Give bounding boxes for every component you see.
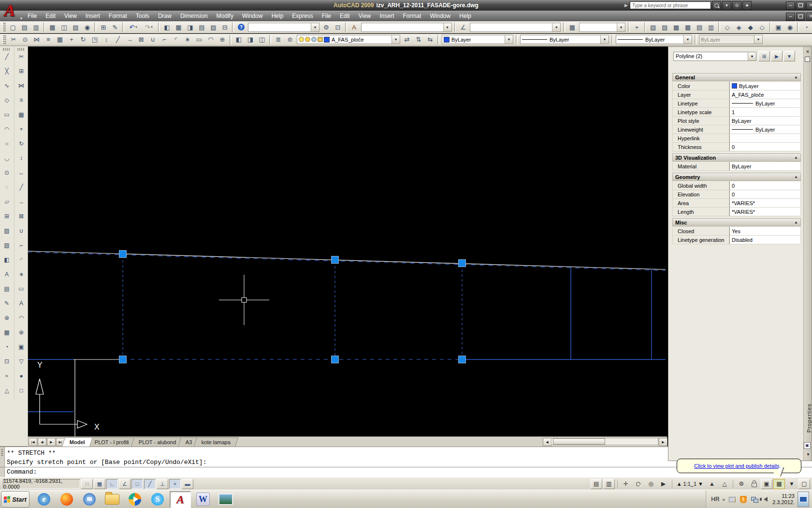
view-back-icon[interactable]: ▥ [705, 22, 717, 32]
tray-caret-icon[interactable]: ▼ [786, 479, 798, 489]
command-window-grip[interactable] [0, 447, 5, 478]
layer-isolate-button[interactable]: ⇆ [424, 34, 436, 45]
palette-autohide-icon[interactable] [805, 57, 810, 62]
draw-tool-icon-19[interactable]: ⊕ [1, 313, 13, 323]
layer-combo-dropdown-icon[interactable]: ▼ [392, 35, 400, 44]
object-type-selector[interactable]: Polyline (2) ▼ [673, 52, 756, 61]
layer-properties-manager-button[interactable]: ≣ [273, 34, 284, 45]
layer-vp-freeze-icon[interactable] [311, 37, 317, 42]
workspace-combo[interactable]: ▼ [248, 23, 319, 32]
draw-tool-icon-2[interactable]: ╳ [1, 66, 13, 76]
copy-clip-button[interactable]: ⊞ [98, 22, 109, 32]
property-value[interactable]: A_FAS_ploče [729, 90, 801, 99]
iso-ne-icon[interactable]: ◆ [745, 22, 756, 32]
autocad-icon[interactable]: A [170, 491, 191, 508]
modify-tool-icon-11[interactable]: → [15, 197, 27, 207]
layout-button[interactable]: ▥ [603, 479, 615, 489]
menu-insert[interactable]: Insert [81, 11, 104, 21]
layer-thaw-icon[interactable] [305, 37, 310, 42]
modify-tool-icon-10[interactable]: ╱ [15, 182, 27, 192]
menu-dimension[interactable]: Dimension [176, 11, 212, 21]
property-value[interactable]: Disabled [729, 236, 801, 244]
break-button[interactable]: ⊠ [135, 34, 147, 45]
quick-select-button[interactable]: ▼ [783, 51, 795, 61]
snap-toggle[interactable]: ∷ [81, 479, 93, 489]
layer-freeze-icon[interactable]: ◫ [256, 34, 268, 45]
coordinates-display[interactable]: 11574.8419, -9168.2931, 0.0000 [3, 479, 80, 489]
trim-button[interactable]: ╱ [112, 34, 124, 45]
erase-button[interactable]: ✂ [8, 34, 19, 45]
zoom-previous-icon[interactable]: ◔ [800, 22, 812, 32]
menu-help[interactable]: Help [455, 11, 476, 21]
collapse-icon[interactable]: ▲ [794, 155, 798, 160]
draw-tool-icon-21[interactable]: ◔ [1, 342, 13, 352]
draw-tool-icon-24[interactable]: △ [1, 386, 13, 395]
menu-view[interactable]: View [60, 11, 81, 21]
modify-tool-icon-4[interactable]: ≡ [15, 95, 27, 105]
mdi-restore-button[interactable] [796, 13, 805, 21]
extend-button[interactable]: → [124, 34, 135, 45]
draw-tool-icon-16[interactable]: A [1, 269, 13, 279]
property-value[interactable]: *VARIES* [729, 199, 801, 208]
dropdown-caret-icon[interactable]: ▾ [135, 25, 137, 29]
camera-icon[interactable]: ◉ [784, 22, 796, 32]
property-value[interactable]: ByLayer [729, 99, 801, 108]
array-button[interactable]: ▦ [54, 34, 66, 45]
modify-tool-icon-18[interactable]: A [15, 299, 27, 308]
modify-tool-icon-2[interactable]: ⊞ [15, 66, 27, 76]
color-combo-dropdown-icon[interactable]: ▼ [505, 35, 513, 44]
open-button[interactable]: ▤ [19, 22, 30, 32]
publish-button[interactable]: ▧ [70, 22, 81, 32]
plot-icon[interactable]: ▣ [761, 479, 772, 489]
osnap-toggle[interactable]: □ [131, 479, 143, 489]
property-value[interactable]: ByLayer [729, 125, 801, 134]
word-icon[interactable]: W [192, 491, 214, 508]
palette-close-icon[interactable]: ✕ [805, 49, 811, 55]
draw-tool-icon-8[interactable]: ◡ [1, 153, 13, 163]
tab-plot-i-profili[interactable]: PLOT - I profili [87, 437, 137, 447]
lwt-toggle[interactable]: ▬ [182, 479, 193, 489]
table-style-combo-dropdown-icon[interactable]: ▼ [617, 23, 625, 31]
draw-tool-icon-10[interactable]: ◌ [1, 182, 13, 192]
volume-icon[interactable] [761, 495, 769, 504]
menu-window[interactable]: Window [426, 11, 455, 21]
iso-nw-icon[interactable]: ◇ [756, 22, 768, 32]
draw-tool-icon-17[interactable]: ▤ [1, 284, 13, 294]
polar-toggle[interactable]: ∠ [119, 479, 130, 489]
palette-menu-icon[interactable]: ▼ [806, 452, 810, 457]
layer-lock-icon[interactable] [318, 37, 323, 42]
search-options-button[interactable]: ▾ [722, 1, 731, 10]
lineweight-combo-dropdown-icon[interactable]: ▼ [683, 35, 692, 44]
property-value[interactable]: ByLayer [729, 162, 801, 171]
layer-lock-icon[interactable]: ◧ [233, 34, 245, 45]
select-objects-button[interactable]: ▶ [771, 51, 783, 61]
menu-edit[interactable]: Edit [335, 11, 354, 21]
section-header-geometry[interactable]: Geometry▲ [672, 173, 801, 181]
modify-tool-icon-14[interactable]: ⌐ [15, 240, 27, 250]
firefox-icon[interactable] [56, 491, 77, 508]
ducs-toggle[interactable]: ⊥ [157, 479, 168, 489]
hscroll-right-button[interactable]: ▶ [659, 438, 667, 446]
draw-tool-icon-1[interactable]: ╱ [1, 52, 13, 61]
view-top-icon[interactable]: ▧ [647, 22, 659, 32]
table-style-combo[interactable]: ▼ [579, 23, 625, 32]
modify-tool-icon-17[interactable]: ▭ [15, 284, 27, 294]
draw-tool-icon-4[interactable]: ◇ [1, 95, 13, 105]
tab-nav-3[interactable]: ▶ [47, 438, 56, 446]
draw-tool-icon-9[interactable]: ⊙ [1, 168, 13, 178]
section-header-misc[interactable]: Misc▲ [672, 218, 801, 226]
toggle-pickadd-button[interactable]: ⊞ [758, 51, 770, 61]
chamfer-button[interactable]: ⌐ [159, 34, 170, 45]
security-shield-icon[interactable]: ! [739, 495, 747, 504]
menu-file[interactable]: File [318, 11, 335, 21]
search-input[interactable]: Type a keyword or phrase [630, 1, 711, 9]
plot-details-icon[interactable]: ▦ [773, 479, 785, 489]
toolbar-drag-handle[interactable] [2, 35, 6, 44]
network-icon[interactable] [750, 495, 758, 504]
plotstyle-combo-dropdown-icon[interactable]: ▼ [754, 35, 762, 44]
menu-draw[interactable]: Draw [154, 11, 176, 21]
tab-kote-lamapa[interactable]: kote lamapa [194, 437, 238, 447]
scale-button[interactable]: ◳ [89, 34, 101, 45]
modify-tool-icon-8[interactable]: ↕ [15, 153, 27, 163]
stretch-button[interactable]: ↕ [101, 34, 112, 45]
